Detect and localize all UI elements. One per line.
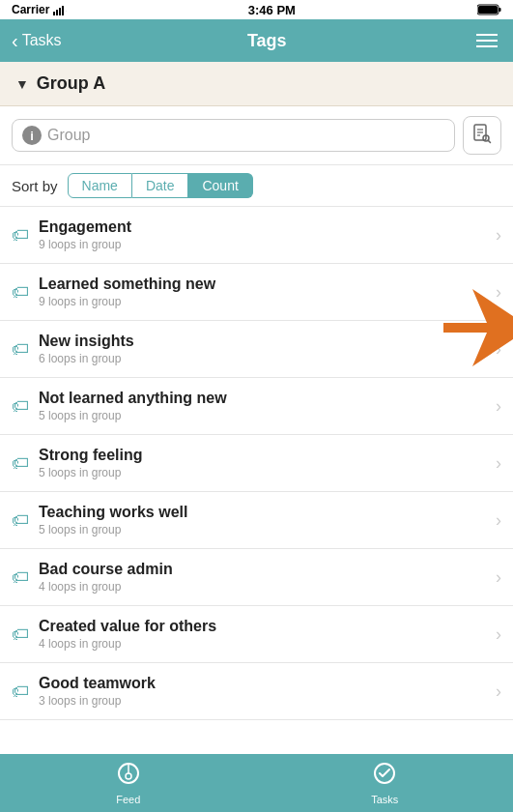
- nav-title: Tags: [247, 31, 287, 51]
- list-item[interactable]: 🏷 Teaching works well 5 loops in group ›: [0, 492, 513, 549]
- carrier-label: Carrier ↑: [12, 3, 67, 16]
- sort-date-button[interactable]: Date: [132, 173, 189, 198]
- item-chevron-icon: ›: [496, 453, 501, 474]
- item-content: Good teamwork 3 loops in group: [39, 675, 496, 708]
- list-item[interactable]: 🏷 Created value for others 4 loops in gr…: [0, 606, 513, 663]
- menu-button[interactable]: [472, 30, 501, 51]
- svg-rect-7: [499, 8, 501, 12]
- item-subtitle: 6 loops in group: [39, 352, 496, 365]
- search-input-wrapper[interactable]: i Group: [12, 119, 455, 152]
- item-chevron-icon: ›: [496, 396, 501, 417]
- search-placeholder: Group: [47, 127, 90, 144]
- item-subtitle: 9 loops in group: [39, 238, 496, 251]
- tag-icon: 🏷: [12, 225, 29, 246]
- back-button[interactable]: ‹ Tasks: [12, 31, 62, 50]
- item-title: Strong feeling: [39, 447, 496, 464]
- list-item[interactable]: 🏷 Engagement 9 loops in group ›: [0, 207, 513, 264]
- tag-icon: 🏷: [12, 396, 29, 417]
- item-chevron-icon: ›: [496, 624, 501, 645]
- list-item[interactable]: 🏷 Learned something new 9 loops in group…: [0, 264, 513, 321]
- feed-label: Feed: [116, 794, 140, 805]
- tag-icon: 🏷: [12, 624, 29, 645]
- status-bar: Carrier ↑ 3:46 PM: [0, 0, 513, 19]
- sort-buttons: Name Date Count: [68, 173, 253, 198]
- back-label: Tasks: [22, 32, 62, 49]
- item-title: Engagement: [39, 218, 496, 236]
- svg-rect-0: [53, 12, 55, 15]
- item-title: Learned something new: [39, 276, 496, 293]
- info-icon: i: [22, 126, 42, 145]
- item-title: Teaching works well: [39, 504, 496, 521]
- group-header: ▼ Group A: [0, 62, 513, 106]
- item-chevron-icon: ›: [496, 339, 501, 360]
- back-chevron-icon: ‹: [12, 31, 18, 50]
- item-content: Created value for others 4 loops in grou…: [39, 618, 496, 651]
- item-chevron-icon: ›: [496, 510, 501, 531]
- item-subtitle: 4 loops in group: [39, 580, 496, 594]
- sort-name-button[interactable]: Name: [68, 173, 132, 198]
- item-subtitle: 3 loops in group: [39, 694, 496, 708]
- search-icon: [471, 123, 493, 149]
- list-item[interactable]: 🏷 New insights 6 loops in group ›: [0, 321, 513, 378]
- tag-icon: 🏷: [12, 453, 29, 474]
- svg-rect-3: [62, 6, 64, 15]
- svg-rect-6: [478, 6, 498, 14]
- battery-icon: [477, 4, 501, 15]
- tasks-label: Tasks: [371, 794, 398, 805]
- item-content: New insights 6 loops in group: [39, 333, 496, 365]
- list-item[interactable]: 🏷 Strong feeling 5 loops in group ›: [0, 435, 513, 492]
- tag-icon: 🏷: [12, 510, 29, 531]
- item-title: Created value for others: [39, 618, 496, 635]
- item-title: Good teamwork: [39, 675, 496, 692]
- item-chevron-icon: ›: [496, 225, 501, 246]
- item-chevron-icon: ›: [496, 282, 501, 303]
- item-chevron-icon: ›: [496, 682, 501, 702]
- tag-icon: 🏷: [12, 567, 29, 588]
- tab-tasks[interactable]: Tasks: [257, 761, 514, 805]
- tab-feed[interactable]: Feed: [0, 761, 257, 805]
- tag-icon: 🏷: [12, 282, 29, 303]
- item-content: Bad course admin 4 loops in group: [39, 561, 496, 594]
- item-subtitle: 5 loops in group: [39, 523, 496, 536]
- tab-bar: Feed Tasks: [0, 754, 513, 812]
- feed-icon: [116, 761, 141, 792]
- group-title: Group A: [37, 73, 105, 94]
- sort-count-button[interactable]: Count: [188, 173, 252, 198]
- svg-rect-2: [59, 8, 61, 15]
- tasks-icon: [372, 761, 397, 792]
- nav-bar: ‹ Tasks Tags: [0, 19, 513, 62]
- sort-row: Sort by Name Date Count: [0, 165, 513, 207]
- tag-icon: 🏷: [12, 682, 29, 702]
- sort-label: Sort by: [12, 178, 58, 194]
- list-item[interactable]: 🏷 Bad course admin 4 loops in group ›: [0, 549, 513, 606]
- item-content: Teaching works well 5 loops in group: [39, 504, 496, 536]
- group-collapse-icon[interactable]: ▼: [15, 76, 29, 92]
- item-chevron-icon: ›: [496, 567, 501, 588]
- item-content: Learned something new 9 loops in group: [39, 276, 496, 308]
- list-item[interactable]: 🏷 Not learned anything new 5 loops in gr…: [0, 378, 513, 435]
- search-button[interactable]: [463, 116, 501, 155]
- search-row: i Group: [0, 106, 513, 165]
- phone-frame: Carrier ↑ 3:46 PM ‹ Tasks Tags: [0, 0, 513, 812]
- svg-rect-1: [56, 10, 58, 15]
- item-subtitle: 5 loops in group: [39, 466, 496, 479]
- item-title: New insights: [39, 333, 496, 350]
- list-item[interactable]: 🏷 Good teamwork 3 loops in group ›: [0, 663, 513, 720]
- item-content: Not learned anything new 5 loops in grou…: [39, 390, 496, 422]
- item-subtitle: 9 loops in group: [39, 295, 496, 308]
- item-title: Not learned anything new: [39, 390, 496, 407]
- item-subtitle: 5 loops in group: [39, 409, 496, 422]
- item-title: Bad course admin: [39, 561, 496, 578]
- status-time: 3:46 PM: [248, 3, 296, 17]
- item-subtitle: 4 loops in group: [39, 637, 496, 651]
- svg-line-13: [488, 140, 490, 142]
- svg-text:↑: ↑: [65, 8, 67, 15]
- item-content: Engagement 9 loops in group: [39, 218, 496, 251]
- svg-point-16: [126, 773, 131, 779]
- tag-icon: 🏷: [12, 339, 29, 360]
- tags-list: 🏷 Engagement 9 loops in group › 🏷 Learne…: [0, 207, 513, 754]
- item-content: Strong feeling 5 loops in group: [39, 447, 496, 479]
